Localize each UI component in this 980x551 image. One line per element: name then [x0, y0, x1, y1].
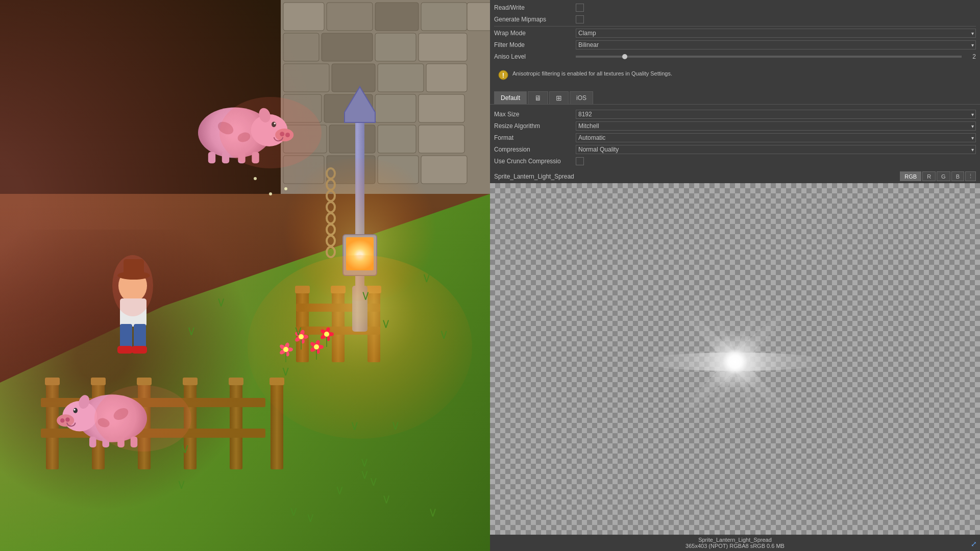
channel-btn-g[interactable]: G	[937, 171, 950, 181]
wrap-mode-dropdown[interactable]: Repeat Clamp Mirror MirrorOnce	[576, 29, 976, 38]
platform-tabs: Default 🖥 ⊞ iOS	[490, 89, 980, 105]
texture-preview-header: Sprite_Lantern_Light_Spread RGB R G B ⋮	[490, 169, 980, 183]
filter-mode-row: Filter Mode Point (no filter) Bilinear T…	[494, 39, 976, 51]
resize-algo-row: Resize Algorithm Mitchell Bilinear	[494, 120, 976, 132]
svg-text:!: !	[502, 71, 504, 79]
wrap-mode-dropdown-wrapper: Repeat Clamp Mirror MirrorOnce	[576, 29, 976, 38]
aniso-warning-box: ! Anisotropic filtering is enabled for a…	[494, 67, 976, 83]
format-dropdown[interactable]: Automatic RGBA 32 bit RGB 24 bit	[576, 133, 976, 142]
standalone-icon: 🖥	[534, 94, 542, 102]
filter-mode-dropdown-wrapper: Point (no filter) Bilinear Trilinear	[576, 40, 976, 49]
format-row: Format Automatic RGBA 32 bit RGB 24 bit	[494, 132, 976, 143]
filter-mode-dropdown[interactable]: Point (no filter) Bilinear Trilinear	[576, 40, 976, 49]
read-write-row: Read/Write	[494, 2, 976, 13]
channel-buttons: RGB R G B ⋮	[900, 171, 976, 181]
resize-algo-dropdown[interactable]: Mitchell Bilinear	[576, 121, 976, 131]
aniso-level-row: Aniso Level 2	[494, 51, 976, 62]
checker-area	[490, 183, 980, 535]
filter-mode-label: Filter Mode	[494, 41, 576, 48]
compression-label: Compression	[494, 146, 576, 153]
resize-algo-dropdown-wrapper: Mitchell Bilinear	[576, 121, 976, 131]
compression-row: Compression None Low Quality Normal Qual…	[494, 144, 976, 155]
tab-ios[interactable]: iOS	[570, 91, 593, 104]
texture-info-name: Sprite_Lantern_Light_Spread	[494, 537, 976, 543]
texture-name-display: Sprite_Lantern_Light_Spread	[494, 173, 896, 180]
read-write-label: Read/Write	[494, 4, 576, 11]
inspector-panel: Read/Write Generate Mipmaps Wrap Mode Re…	[490, 0, 980, 551]
texture-info-details: 365x403 (NPOT) RGBA8 sRGB 0.6 MB	[494, 543, 976, 549]
format-label: Format	[494, 134, 576, 141]
channel-btn-b[interactable]: B	[951, 171, 964, 181]
tab-ios-label: iOS	[576, 94, 586, 102]
wrap-mode-row: Wrap Mode Repeat Clamp Mirror MirrorOnce	[494, 28, 976, 39]
crunch-compression-label: Use Crunch Compressio	[494, 158, 576, 165]
max-size-label: Max Size	[494, 111, 576, 118]
generate-mipmaps-label: Generate Mipmaps	[494, 16, 576, 23]
tab-standalone[interactable]: 🖥	[528, 91, 548, 104]
compression-dropdown-wrapper: None Low Quality Normal Quality High Qua…	[576, 145, 976, 154]
format-dropdown-wrapper: Automatic RGBA 32 bit RGB 24 bit	[576, 133, 976, 142]
game-view: (function() { const canvas = document.ge…	[0, 0, 490, 551]
game-canvas	[0, 0, 490, 551]
wrap-mode-label: Wrap Mode	[494, 30, 576, 37]
crunch-compression-row: Use Crunch Compressio	[494, 156, 976, 167]
aniso-level-label: Aniso Level	[494, 53, 576, 60]
max-size-dropdown[interactable]: 3264128 2565121024 204840968192	[576, 110, 976, 119]
texture-canvas	[638, 262, 832, 456]
corner-expand-icon[interactable]: ⤢	[971, 540, 977, 548]
warning-text: Anisotropic filtering is enabled for all…	[512, 70, 672, 78]
generate-mipmaps-toggle[interactable]	[576, 15, 584, 23]
texture-preview-container: Sprite_Lantern_Light_Spread RGB R G B ⋮ …	[490, 169, 980, 551]
channel-btn-more[interactable]: ⋮	[965, 171, 976, 181]
texture-info-bar: Sprite_Lantern_Light_Spread 365x403 (NPO…	[490, 535, 980, 551]
compression-dropdown[interactable]: None Low Quality Normal Quality High Qua…	[576, 145, 976, 154]
warning-icon: !	[498, 70, 508, 80]
tab-default-label: Default	[501, 94, 520, 102]
texture-overlay	[490, 183, 980, 535]
crunch-compression-toggle[interactable]	[576, 157, 584, 165]
generate-mipmaps-row: Generate Mipmaps	[494, 14, 976, 25]
aniso-slider-row: 2	[576, 53, 976, 60]
max-size-row: Max Size 3264128 2565121024 204840968192	[494, 109, 976, 120]
channel-btn-rgb[interactable]: RGB	[900, 171, 921, 181]
channel-btn-r[interactable]: R	[922, 171, 936, 181]
divider-1	[494, 26, 976, 27]
resize-algo-label: Resize Algorithm	[494, 122, 576, 130]
read-write-toggle[interactable]	[576, 4, 584, 12]
tab-android[interactable]: ⊞	[549, 91, 569, 104]
aniso-level-value: 2	[966, 53, 976, 60]
tab-default[interactable]: Default	[494, 91, 527, 104]
max-size-dropdown-wrapper: 3264128 2565121024 204840968192	[576, 110, 976, 119]
aniso-slider-thumb[interactable]	[622, 54, 627, 59]
aniso-level-slider[interactable]	[576, 56, 962, 58]
android-icon: ⊞	[556, 94, 562, 102]
